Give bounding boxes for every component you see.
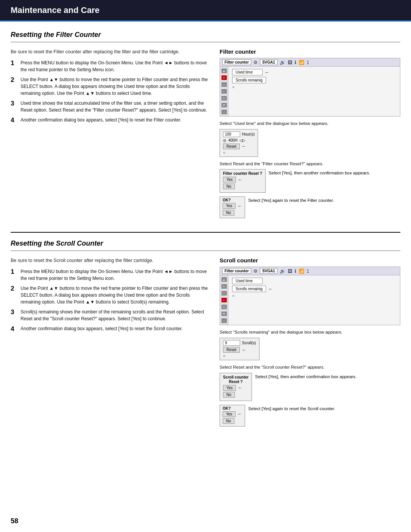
scroll-dialog3-row: Scroll counter Reset ? Yes ← No Select […: [220, 373, 400, 403]
arrow-right-icon: ◁▷: [239, 138, 245, 142]
scroll-d4-title: OK?: [223, 406, 242, 411]
scroll-d4-no-btn: No: [223, 418, 234, 424]
filter-dialog2-box: 100 Hour(s) ◎ 400H ◁▷ Reset ←: [220, 129, 258, 157]
filter-menubar-title: Filter counter: [222, 59, 251, 65]
step-text: Press the MENU button to display the On-…: [21, 268, 210, 282]
image-icon: 🖼: [288, 60, 292, 65]
scrolls-remaining-label: Scrolls remainig: [236, 78, 263, 82]
number-icon: 1: [307, 60, 309, 65]
scroll-step-2: 2 Use the Point ▲▼ buttons to move the r…: [11, 285, 210, 305]
scroll-d4-yes-btn: Yes: [223, 411, 236, 417]
arrow-icon: ←: [265, 70, 269, 75]
scroll-dialog4-row: OK? Yes ← No Select [Yes] again to reset…: [220, 405, 400, 427]
scroll-d2-unit: Scroll(s): [242, 341, 256, 345]
scroll-used-field: Used time: [232, 278, 263, 284]
filter-step-3: 3 Used time shows the total accumulated …: [11, 100, 210, 113]
speaker-icon: 🔊: [280, 268, 285, 274]
header-title: Maintenance and Care: [11, 5, 100, 15]
scroll-d2-value: 9: [223, 340, 240, 346]
step-number: 3: [11, 308, 18, 316]
step-number: 1: [11, 59, 18, 67]
filter-d3-no-btn: No: [223, 184, 235, 189]
filter-caption-4: Select [Yes] again to reset the Filter c…: [248, 197, 334, 203]
filter-menubar: Filter counter ⚙ SVGA1 🔊 🖼 ℹ 📶 1: [220, 58, 400, 67]
step-text: Scroll(s) remaining shows the number of …: [21, 308, 210, 322]
filter-ui-diagram: Filter counter ⚙ SVGA1 🔊 🖼 ℹ 📶 1 ▲ ≡: [220, 58, 400, 117]
number-icon: 1: [307, 268, 309, 274]
scroll-section-left: Be sure to reset the Scroll counter afte…: [11, 257, 210, 428]
step-number: 3: [11, 100, 18, 107]
filter-section-left: Be sure to reset the Filter counter afte…: [11, 48, 210, 220]
filter-d3-title: Filter counter Reset ?: [223, 171, 262, 176]
sidebar-icon-2: ≡: [221, 75, 227, 80]
arrow-icon: ←: [268, 286, 273, 292]
sidebar-icon-2: ≡: [221, 284, 227, 289]
scroll-ui-diagram: Filter counter ⚙ SVGA1 🔊 🖼 ℹ 📶 1 ▲ ≡: [220, 267, 400, 325]
signal-icon: 📶: [299, 60, 304, 65]
scroll-scrolls-row: Scrolls remainig ←: [232, 286, 396, 292]
filter-dialog3-box: Filter counter Reset ? Yes ← No: [220, 169, 266, 193]
used-time-label: Used time: [236, 279, 253, 283]
step-number: 4: [11, 117, 18, 124]
arrow-icon: ←: [242, 144, 246, 149]
signal-icon: 📶: [299, 268, 304, 274]
sidebar-icon-4: ▪: [221, 89, 227, 94]
filter-dialog3-row: Filter counter Reset ? Yes ← No Select […: [220, 169, 400, 195]
sidebar-icon-6: ▼: [221, 312, 227, 316]
filter-counter-label: Filter counter: [220, 48, 400, 55]
scroll-used-row: Used time: [232, 278, 396, 284]
scroll-d2-reset-row: Reset ←: [223, 347, 256, 353]
filter-d4-no-btn: No: [223, 210, 234, 216]
filter-scrolls-row: Scrolls remainig: [232, 77, 396, 83]
scroll-step-1: 1 Press the MENU button to display the O…: [11, 268, 210, 282]
step-text: Another confirmation dialog box appears,…: [21, 325, 210, 332]
speaker-icon: 🔊: [280, 60, 285, 65]
scroll-steps: 1 Press the MENU button to display the O…: [11, 268, 210, 333]
scroll-d3-yes-btn: Yes: [223, 385, 236, 391]
filter-steps: 1 Press the MENU button to display the O…: [11, 59, 210, 124]
clock-icon: ◎: [223, 138, 226, 142]
filter-step-2: 2 Use the Point ▲▼ buttons to move the r…: [11, 76, 210, 97]
sidebar-icon-3: □: [221, 291, 227, 296]
step-number: 2: [11, 285, 18, 292]
filter-dialog4-box: OK? Yes ← No: [220, 197, 245, 218]
scroll-d2-icon: ○: [223, 354, 256, 358]
scroll-caption-4: Select [Yes] again to reset the Scroll c…: [248, 405, 335, 412]
scroll-desc: Be sure to reset the Scroll counter afte…: [11, 257, 210, 264]
filter-d3-yes-btn: Yes: [223, 177, 236, 182]
filter-d4-title: OK?: [223, 198, 242, 202]
filter-used-field: Used time: [232, 69, 263, 75]
sidebar-icon-1: ▲: [221, 69, 227, 73]
filter-d2-value-row: 100 Hour(s): [223, 131, 255, 137]
filter-d3-yes-row: Yes ←: [223, 177, 262, 182]
scroll-icon-row: ○: [232, 294, 396, 298]
scroll-ui-content: Used time Scrolls remainig ← ○: [228, 275, 400, 325]
scroll-ui-main: ▲ ≡ □ ▪ ≡ ▼ ○ Used time: [220, 275, 400, 325]
scroll-section: Resetting the Scroll Counter Be sure to …: [11, 240, 400, 428]
filter-section-title: Resetting the Filter Counter: [11, 31, 400, 39]
filter-dialog2-row: 100 Hour(s) ◎ 400H ◁▷ Reset ←: [220, 129, 400, 159]
filter-section-right: Filter counter Filter counter ⚙ SVGA1 🔊 …: [220, 48, 400, 220]
filter-caption-2: Select Reset and the "Filter counter Res…: [220, 161, 400, 167]
step-number: 2: [11, 76, 18, 84]
sidebar-icon-5: ≡: [221, 305, 227, 309]
filter-dialog2: 100 Hour(s) ◎ 400H ◁▷ Reset ←: [220, 129, 258, 159]
step-number: 4: [11, 325, 18, 333]
scroll-d2-value-row: 9 Scroll(s): [223, 340, 256, 346]
sidebar-icon-7: ○: [221, 318, 227, 323]
settings-icon: ⚙: [253, 60, 258, 65]
scroll-d2-reset-btn: Reset: [223, 347, 240, 353]
sidebar-icon-3: □: [221, 82, 227, 87]
scroll-dialog4-box: OK? Yes ← No: [220, 405, 245, 427]
filter-step-4: 4 Another confirmation dialog box appear…: [11, 117, 210, 124]
step-text: Used time shows the total accumulated ti…: [21, 100, 210, 113]
filter-scrolls-field: Scrolls remainig: [232, 77, 266, 83]
filter-ui-content: Used time ← Scrolls remainig ○: [228, 67, 400, 116]
filter-dialog4-row: OK? Yes ← No Select [Yes] again to reset…: [220, 197, 400, 218]
filter-desc: Be sure to reset the Filter counter afte…: [11, 48, 210, 56]
filter-d2-value: 100: [223, 131, 240, 137]
filter-ui-sidebar: ▲ ≡ □ ▪ ≡ ▼ ○: [220, 67, 228, 116]
filter-d4-yes-row: Yes ←: [223, 203, 242, 209]
step-text: Use the Point ▲▼ buttons to move the red…: [21, 285, 210, 305]
scroll-d4-yes-row: Yes ←: [223, 411, 242, 417]
